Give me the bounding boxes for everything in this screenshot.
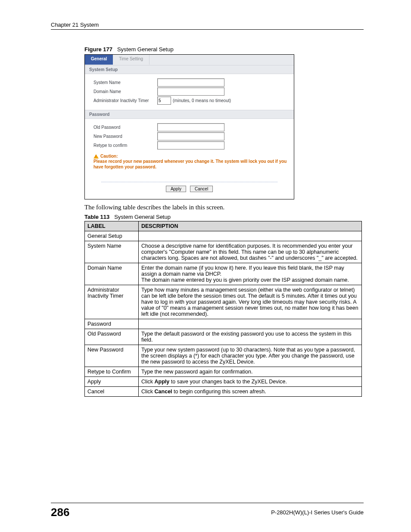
page-footer: 286 P-2802H(W)(L)-I Series User's Guide (51, 503, 364, 519)
table-row: CancelClick Cancel to begin configuring … (85, 387, 362, 397)
tab-bar: General Time Setting (85, 55, 294, 65)
table-row: Old PasswordType the default password or… (85, 329, 362, 345)
warning-icon (93, 154, 99, 159)
old-password-input[interactable] (157, 123, 224, 131)
row-label: Cancel (85, 387, 139, 397)
section-system-setup: System Setup (85, 65, 294, 74)
figure-caption: Figure 177 System General Setup (84, 46, 364, 53)
row-label: Password (85, 319, 139, 329)
table-row: Administrator Inactivity TimerType how m… (85, 285, 362, 319)
row-label: Old Password (85, 329, 139, 345)
row-label: Administrator Inactivity Timer (85, 285, 139, 319)
table-row: Domain NameEnter the domain name (if you… (85, 263, 362, 285)
table-row: New PasswordType your new system passwor… (85, 345, 362, 367)
col-header-label: LABEL (85, 221, 139, 231)
figure-screenshot: General Time Setting System Setup System… (84, 54, 294, 199)
row-description: Enter the domain name (if you know it) h… (139, 263, 362, 285)
caution-label: Caution: (100, 154, 118, 159)
inactivity-hint: (minutes, 0 means no timeout) (173, 98, 231, 103)
label-retype-password: Retype to confirm (93, 143, 157, 148)
retype-password-input[interactable] (157, 141, 224, 149)
row-description: Type the new password again for confirma… (139, 367, 362, 377)
table-row: System NameChoose a descriptive name for… (85, 241, 362, 263)
label-inactivity-timer: Administrator Inactivity Timer (93, 98, 157, 103)
caution-block: Caution: Please record your new password… (93, 154, 287, 170)
row-description: Type your new system password (up to 30 … (139, 345, 362, 367)
row-description: Choose a descriptive name for identifica… (139, 241, 362, 263)
cancel-button[interactable]: Cancel (190, 186, 213, 192)
row-description: Type how many minutes a management sessi… (139, 285, 362, 319)
domain-name-input[interactable] (157, 87, 224, 96)
header-rule (51, 29, 364, 30)
figure-number: Figure 177 (84, 46, 112, 53)
table-caption: Table 113 System General Setup (84, 214, 364, 220)
table-title: System General Setup (114, 214, 171, 220)
col-header-description: DESCRIPTION (139, 221, 362, 231)
row-description (139, 319, 362, 329)
caution-text: Please record your new password whenever… (93, 159, 287, 170)
table-number: Table 113 (84, 214, 109, 220)
inactivity-timer-input[interactable] (157, 96, 171, 105)
guide-title: P-2802H(W)(L)-I Series User's Guide (271, 509, 364, 516)
label-system-name: System Name (93, 80, 157, 85)
row-label: Domain Name (85, 263, 139, 285)
tab-general[interactable]: General (85, 55, 113, 65)
row-label: New Password (85, 345, 139, 367)
label-old-password: Old Password (93, 125, 157, 130)
row-label: Retype to Confirm (85, 367, 139, 377)
table-row: Password (85, 319, 362, 329)
row-label: General Setup (85, 231, 139, 241)
system-name-input[interactable] (157, 78, 224, 87)
description-table: LABEL DESCRIPTION General SetupSystem Na… (84, 221, 362, 397)
dotted-separator (101, 182, 277, 182)
table-row: Retype to ConfirmType the new password a… (85, 367, 362, 377)
tab-time-setting[interactable]: Time Setting (113, 55, 149, 65)
page-number: 286 (51, 506, 69, 519)
row-description: Click Cancel to begin configuring this s… (139, 387, 362, 397)
chapter-label: Chapter 21 System (51, 22, 364, 28)
row-description (139, 231, 362, 241)
row-description: Click Apply to save your changes back to… (139, 377, 362, 387)
table-row: ApplyClick Apply to save your changes ba… (85, 377, 362, 387)
intro-paragraph: The following table describes the labels… (84, 204, 364, 211)
apply-button[interactable]: Apply (166, 186, 186, 192)
label-new-password: New Password (93, 134, 157, 139)
section-password: Password (85, 110, 294, 119)
row-label: Apply (85, 377, 139, 387)
figure-title: System General Setup (117, 46, 174, 53)
row-label: System Name (85, 241, 139, 263)
label-domain-name: Domain Name (93, 89, 157, 94)
new-password-input[interactable] (157, 132, 224, 140)
table-row: General Setup (85, 231, 362, 241)
row-description: Type the default password or the existin… (139, 329, 362, 345)
